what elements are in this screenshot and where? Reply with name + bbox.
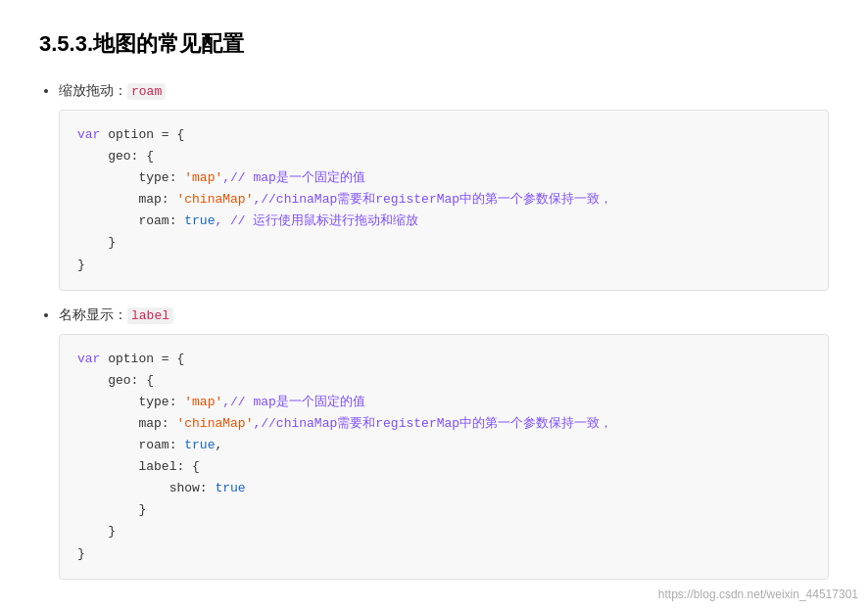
code-line: roam: true,: [77, 435, 810, 456]
label-code: roam: [127, 83, 166, 100]
code-line: show: true: [77, 478, 810, 499]
code-line: geo: {: [77, 146, 810, 167]
code-line: type: 'map',// map是一个固定的值: [77, 392, 810, 413]
keyword: var: [77, 352, 100, 366]
boolean-value: true: [215, 481, 245, 495]
code-comment: ,// map是一个固定的值: [222, 170, 365, 185]
code-line: map: 'chinaMap',//chinaMap需要和registerMap…: [77, 413, 810, 435]
code-line: roam: true, // 运行使用鼠标进行拖动和缩放: [77, 211, 810, 232]
code-plain: }: [108, 235, 116, 250]
boolean-value: true: [184, 213, 215, 228]
code-plain: option = {: [100, 127, 184, 142]
code-line: }: [77, 499, 810, 521]
string-literal: 'chinaMap': [176, 416, 253, 431]
code-plain: roam:: [138, 213, 184, 228]
code-line: }: [77, 543, 810, 565]
string-literal: 'map': [184, 170, 222, 185]
string-literal: 'chinaMap': [176, 192, 253, 207]
code-plain: ,: [215, 438, 222, 452]
page-title: 3.5.3.地图的常见配置: [39, 29, 829, 59]
code-line: }: [77, 521, 810, 542]
code-plain: show:: [169, 481, 216, 495]
code-plain: label: {: [138, 459, 199, 474]
code-line: label: {: [77, 456, 810, 478]
code-line: }: [77, 232, 810, 254]
code-plain: type:: [138, 170, 184, 185]
code-plain: }: [77, 546, 85, 561]
code-line: var option = {: [77, 349, 810, 370]
section-item-section-label: 名称显示：labelvar option = { geo: { type: 'm…: [59, 306, 829, 580]
code-line: map: 'chinaMap',//chinaMap需要和registerMap…: [77, 189, 810, 211]
code-plain: geo: {: [108, 149, 154, 164]
code-line: var option = {: [77, 124, 810, 146]
code-comment: ,//chinaMap需要和registerMap中的第一个参数保持一致，: [253, 192, 612, 207]
code-plain: geo: {: [108, 373, 154, 388]
code-plain: }: [108, 524, 116, 539]
code-block-section-roam: var option = { geo: { type: 'map',// map…: [59, 110, 829, 291]
label-code: label: [127, 307, 173, 324]
code-line: geo: {: [77, 370, 810, 392]
watermark: https://blog.csdn.net/weixin_44517301: [658, 588, 858, 601]
code-comment: , // 运行使用鼠标进行拖动和缩放: [215, 213, 418, 228]
code-plain: roam:: [138, 438, 184, 452]
code-plain: }: [77, 258, 85, 272]
code-plain: type:: [138, 395, 184, 409]
code-line: type: 'map',// map是一个固定的值: [77, 167, 810, 189]
code-line: }: [77, 255, 810, 276]
code-block-section-label: var option = { geo: { type: 'map',// map…: [59, 334, 829, 580]
code-plain: map:: [138, 416, 176, 431]
code-plain: }: [138, 502, 146, 517]
section-item-section-roam: 缩放拖动：roamvar option = { geo: { type: 'ma…: [59, 82, 829, 291]
keyword: var: [77, 127, 100, 142]
string-literal: 'map': [184, 395, 222, 409]
code-comment: ,// map是一个固定的值: [222, 395, 365, 409]
bullet-label: 缩放拖动：roam: [59, 82, 829, 100]
code-plain: map:: [138, 192, 176, 207]
code-plain: option = {: [100, 352, 184, 366]
section-list: 缩放拖动：roamvar option = { geo: { type: 'ma…: [39, 82, 829, 580]
code-comment: ,//chinaMap需要和registerMap中的第一个参数保持一致，: [253, 416, 612, 431]
bullet-label: 名称显示：label: [59, 306, 829, 324]
boolean-value: true: [184, 438, 215, 452]
